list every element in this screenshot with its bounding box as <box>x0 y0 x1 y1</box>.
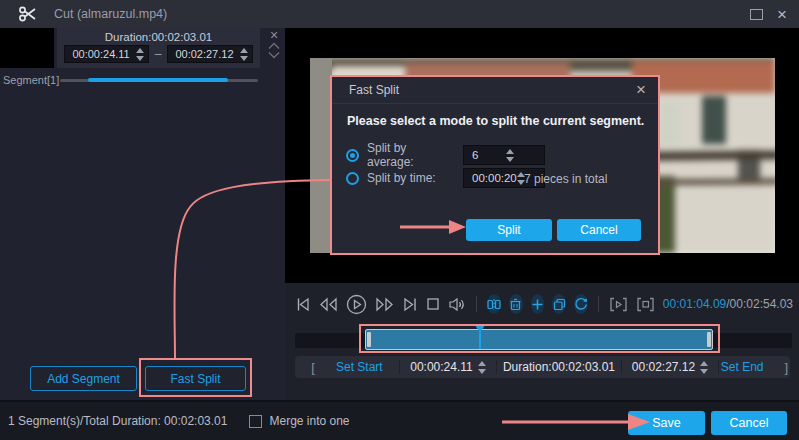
fast-split-button[interactable]: Fast Split <box>145 366 246 391</box>
dialog-cancel-button[interactable]: Cancel <box>557 219 641 241</box>
start-stepper[interactable] <box>136 48 144 61</box>
video-pillar <box>310 58 332 253</box>
end-bracket: ] <box>785 360 789 375</box>
average-stepper[interactable] <box>506 149 540 162</box>
stop-icon[interactable] <box>426 297 440 311</box>
trim-start-value: 00:00:24.11 <box>410 360 473 374</box>
pieces-hint: 7 pieces in total <box>524 172 654 186</box>
timeline-segment[interactable] <box>365 329 713 350</box>
playhead[interactable] <box>479 331 481 349</box>
segment-left-handle[interactable] <box>367 332 371 347</box>
segment-end-value: 00:02:27.12 <box>175 48 233 60</box>
move-up-icon[interactable] <box>268 42 280 50</box>
average-value: 6 <box>472 149 506 161</box>
window-title: Cut (almaruzul.mp4) <box>54 7 167 21</box>
segment-delete-icon[interactable]: × <box>270 29 278 41</box>
skip-start-icon[interactable] <box>295 297 311 312</box>
separator <box>598 296 599 312</box>
segment-end-input[interactable]: 00:02:27.12 <box>167 45 252 63</box>
dialog-split-button[interactable]: Split <box>466 219 552 241</box>
rewind-icon[interactable] <box>319 297 338 312</box>
trim-end-input[interactable]: 00:02:27.12 <box>622 356 718 378</box>
split-by-average-label: Split by average: <box>367 141 455 169</box>
merge-label: Merge into one <box>269 414 349 428</box>
split-by-average-input[interactable]: 6 <box>463 145 545 165</box>
start-bracket: [ <box>311 360 315 375</box>
trim-start-stepper[interactable] <box>478 361 486 374</box>
segment-card: Duration:00:02:03.01 00:00:24.11 – 00:02… <box>57 28 260 68</box>
time-value: 00:00:20 <box>472 172 517 184</box>
dialog-title: Fast Split <box>349 83 399 97</box>
dialog-close-icon[interactable]: × <box>636 83 646 97</box>
add-segment-button[interactable]: Add Segment <box>30 366 137 391</box>
volume-icon[interactable] <box>448 297 466 312</box>
trim-duration: Duration:00:02:03.01 <box>503 360 615 374</box>
add-segment-icon[interactable] <box>531 294 545 314</box>
segment-range-active <box>88 78 228 82</box>
segment-panel: Duration:00:02:03.01 00:00:24.11 – 00:02… <box>0 28 285 400</box>
move-down-icon[interactable] <box>268 51 280 59</box>
segment-label: Segment[1] <box>3 74 59 86</box>
segment-duration: Duration:00:02:03.01 <box>57 28 260 43</box>
segment-right-handle[interactable] <box>707 332 711 347</box>
set-end-button[interactable]: Set End <box>721 360 764 374</box>
play-section-icon[interactable] <box>609 297 628 312</box>
split-by-average-radio[interactable] <box>346 149 359 162</box>
play-icon[interactable] <box>346 294 367 315</box>
range-dash: – <box>155 47 162 61</box>
save-button[interactable]: Save <box>628 411 705 435</box>
set-start-button[interactable]: Set Start <box>336 360 383 374</box>
segment-range-slider[interactable] <box>60 79 258 82</box>
split-segment-icon[interactable] <box>487 294 501 314</box>
delete-segment-icon[interactable] <box>509 294 523 314</box>
playback-bar: 00:01:04.09/00:02:54.03 <box>295 292 793 316</box>
current-time: 00:01:04.09 <box>663 297 726 311</box>
playhead-marker[interactable] <box>474 324 486 332</box>
merge-checkbox[interactable] <box>249 415 262 428</box>
segment-thumbnail <box>0 28 54 68</box>
time-display: 00:01:04.09/00:02:54.03 <box>663 297 793 311</box>
copy-segment-icon[interactable] <box>552 294 566 314</box>
segment-row: Segment[1] <box>0 72 285 88</box>
reset-icon[interactable] <box>574 294 588 314</box>
end-stepper[interactable] <box>240 48 248 61</box>
cancel-button[interactable]: Cancel <box>711 411 787 435</box>
trim-end-value: 00:02:27.12 <box>632 360 695 374</box>
fast-forward-icon[interactable] <box>375 297 394 312</box>
trim-bar: [ Set Start 00:00:24.11 Duration:00:02:0… <box>295 356 790 378</box>
cut-window: Cut (almaruzul.mp4) × Duration:00:02:03.… <box>0 0 799 440</box>
segment-start-value: 00:00:24.11 <box>72 48 129 60</box>
split-by-time-radio[interactable] <box>346 172 359 185</box>
total-time: /00:02:54.03 <box>726 297 793 311</box>
trim-end-stepper[interactable] <box>700 361 708 374</box>
skip-end-icon[interactable] <box>402 297 418 312</box>
maximize-button[interactable] <box>750 9 763 20</box>
segment-summary: 1 Segment(s)/Total Duration: 00:02:03.01 <box>8 414 227 428</box>
scissors-icon <box>18 6 40 22</box>
split-by-time-label: Split by time: <box>367 171 455 185</box>
fast-split-dialog: Fast Split × Please select a mode to spl… <box>330 75 660 255</box>
dialog-message: Please select a mode to split the curren… <box>347 114 644 128</box>
segment-start-input[interactable]: 00:00:24.11 <box>64 45 148 63</box>
window-close-button[interactable]: × <box>777 8 787 21</box>
trim-start-input[interactable]: 00:00:24.11 <box>400 356 496 378</box>
titlebar: Cut (almaruzul.mp4) × <box>0 0 799 28</box>
separator <box>476 296 477 312</box>
stop-section-icon[interactable] <box>636 297 655 312</box>
